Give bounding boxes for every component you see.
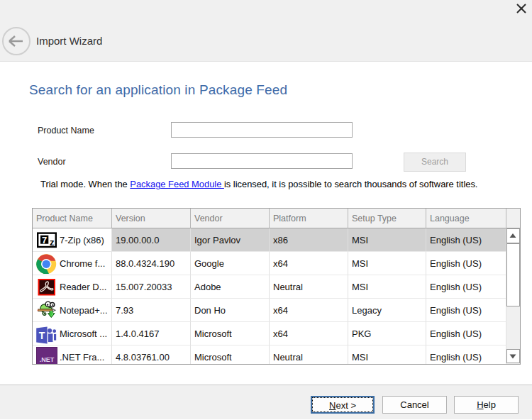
svg-text:z: z xyxy=(50,237,55,248)
svg-text:T: T xyxy=(39,330,45,341)
svg-text:.NET: .NET xyxy=(40,356,55,363)
svg-text:7: 7 xyxy=(42,235,47,245)
